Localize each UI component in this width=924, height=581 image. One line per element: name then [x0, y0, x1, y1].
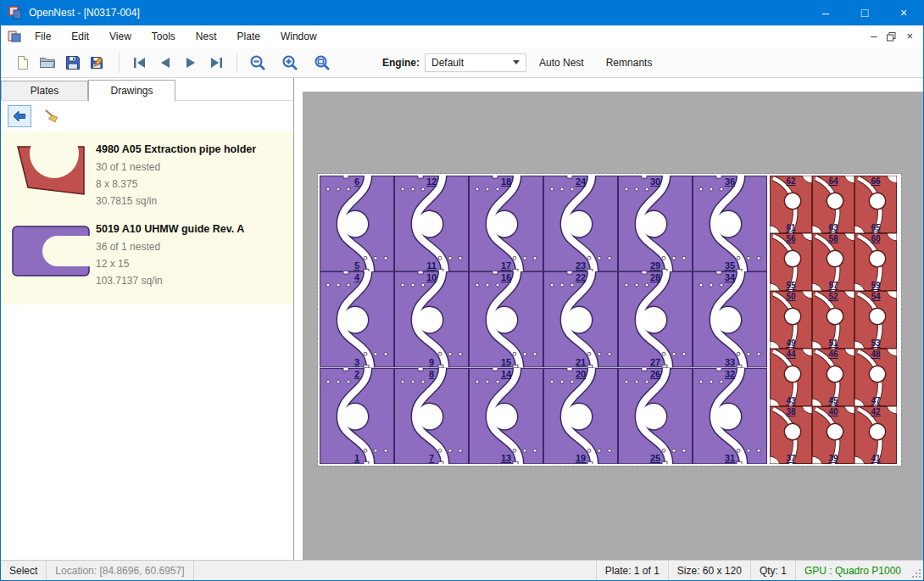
nested-part-pair[interactable]: 1211	[394, 176, 469, 271]
restore-icon	[887, 32, 896, 42]
auto-nest-button[interactable]: Auto Nest	[530, 50, 593, 75]
nested-part-pair[interactable]: 43	[320, 271, 394, 367]
nested-part-pair[interactable]: 4847	[854, 349, 897, 406]
nested-part-pair[interactable]: 4039	[812, 406, 854, 464]
next-plate-button[interactable]	[178, 50, 203, 75]
nested-part-pair[interactable]: 2625	[618, 368, 693, 464]
part-number-top: 10	[394, 272, 469, 282]
nested-part-pair[interactable]: 2221	[543, 271, 618, 367]
nested-part-pair[interactable]: 4645	[812, 349, 854, 406]
engine-select[interactable]: Default	[425, 53, 526, 72]
remnants-button[interactable]: Remnants	[597, 50, 662, 75]
menu-item-view[interactable]: View	[99, 27, 142, 46]
maximize-button[interactable]: □	[845, 0, 884, 25]
mdi-restore-button[interactable]	[887, 32, 896, 42]
nested-part-pair[interactable]: 4443	[770, 349, 812, 406]
menu-item-tools[interactable]: Tools	[142, 27, 186, 46]
save-button[interactable]	[60, 50, 86, 75]
purple-parts-grid: 6512111817242330293635431091615222128273…	[320, 176, 767, 464]
save-icon	[65, 55, 81, 70]
part-number-top: 12	[394, 176, 469, 187]
part-number-bottom: 9	[394, 357, 469, 367]
part-number-top: 6	[320, 176, 394, 187]
menu-item-window[interactable]: Window	[270, 27, 327, 46]
new-file-button[interactable]	[9, 50, 35, 75]
zoom-out-button[interactable]	[245, 50, 270, 75]
toolbar-separator	[237, 53, 237, 73]
nested-part-pair[interactable]: 21	[320, 368, 394, 464]
nested-part-pair[interactable]: 65	[320, 176, 394, 271]
nested-part-pair[interactable]: 3231	[693, 368, 767, 464]
mdi-minimize-button[interactable]: –	[871, 32, 877, 41]
nested-part-pair[interactable]: 2827	[618, 271, 693, 367]
previous-plate-button[interactable]	[153, 50, 178, 75]
part-number-top: 52	[812, 292, 854, 301]
nested-part-pair[interactable]: 109	[394, 271, 469, 367]
part-shape	[320, 176, 394, 271]
tabstrip: Plates Drawings	[1, 78, 293, 101]
mdi-close-button[interactable]: ×	[906, 32, 913, 41]
nested-part-pair[interactable]: 5049	[770, 291, 812, 349]
tab-plates[interactable]: Plates	[1, 81, 88, 100]
menubar: File Edit View Tools Nest Plate Window –…	[1, 25, 923, 47]
nested-part-pair[interactable]: 4241	[854, 406, 897, 464]
drawing-area: 103.7137 sq/in	[96, 272, 244, 289]
clear-parts-button[interactable]	[40, 105, 64, 127]
part-thumbnail-purple	[8, 221, 94, 289]
nested-part-pair[interactable]: 5251	[812, 291, 854, 349]
nested-part-pair[interactable]: 5857	[812, 233, 854, 291]
return-parts-button[interactable]	[8, 105, 31, 127]
close-button[interactable]: ×	[884, 0, 923, 25]
drawing-item[interactable]: 5019 A10 UHMW guide Rev. A 36 of 1 neste…	[1, 215, 293, 294]
part-number-bottom: 45	[812, 396, 854, 405]
nested-part-pair[interactable]: 2423	[543, 176, 618, 271]
tab-drawings[interactable]: Drawings	[88, 80, 175, 101]
zoom-fit-button[interactable]	[309, 50, 335, 75]
nested-part-pair[interactable]: 6463	[812, 176, 854, 233]
nested-part-pair[interactable]: 3635	[693, 176, 767, 271]
part-thumbnail-red	[8, 142, 94, 209]
status-mode: Select	[1, 561, 47, 580]
part-number-top: 4	[320, 272, 394, 282]
part-shape	[618, 176, 693, 271]
engine-value: Default	[431, 57, 464, 69]
part-number-bottom: 11	[394, 260, 469, 271]
menu-item-edit[interactable]: Edit	[61, 27, 99, 46]
nested-part-pair[interactable]: 3837	[770, 406, 812, 464]
menu-item-file[interactable]: File	[25, 27, 61, 46]
plate[interactable]: 6512111817242330293635431091615222128273…	[318, 174, 901, 466]
part-number-bottom: 13	[469, 453, 543, 463]
nested-part-pair[interactable]: 6665	[854, 176, 897, 233]
nested-part-pair[interactable]: 6261	[770, 176, 812, 233]
zoom-out-icon	[249, 54, 266, 71]
nested-part-pair[interactable]: 1413	[469, 368, 543, 464]
part-number-bottom: 43	[770, 396, 812, 405]
nested-part-pair[interactable]: 87	[394, 368, 469, 464]
open-file-button[interactable]	[35, 50, 60, 75]
first-plate-button[interactable]	[127, 50, 153, 75]
nested-part-pair[interactable]: 1615	[469, 271, 543, 367]
mdi-window-controls: – ×	[871, 32, 923, 42]
minimize-button[interactable]: –	[806, 0, 845, 25]
nested-part-pair[interactable]: 3029	[618, 176, 693, 271]
nest-canvas[interactable]: 6512111817242330293635431091615222128273…	[303, 92, 923, 560]
nested-part-pair[interactable]: 5453	[854, 291, 897, 349]
part-number-bottom: 5	[320, 260, 394, 271]
zoom-in-button[interactable]	[277, 50, 303, 75]
save-as-button[interactable]	[86, 50, 111, 75]
menu-item-nest[interactable]: Nest	[186, 27, 227, 46]
nested-part-pair[interactable]: 5655	[770, 233, 812, 291]
menu-item-plate[interactable]: Plate	[227, 27, 270, 46]
part-number-bottom: 39	[812, 454, 854, 463]
app-window: OpenNest - [N0317-004] – □ × File Edit V…	[0, 0, 924, 581]
resize-grip[interactable]	[910, 561, 923, 580]
nested-part-pair[interactable]: 1817	[469, 176, 543, 271]
drawing-item[interactable]: 4980 A05 Extraction pipe holder 30 of 1 …	[1, 135, 293, 215]
nested-part-pair[interactable]: 2019	[543, 368, 618, 464]
nested-part-pair[interactable]: 6059	[854, 233, 897, 291]
open-folder-icon	[39, 56, 56, 70]
status-qty: Qty: 1	[750, 561, 795, 580]
next-arrow-icon	[184, 57, 198, 69]
last-plate-button[interactable]	[203, 50, 229, 75]
nested-part-pair[interactable]: 3433	[693, 271, 767, 367]
